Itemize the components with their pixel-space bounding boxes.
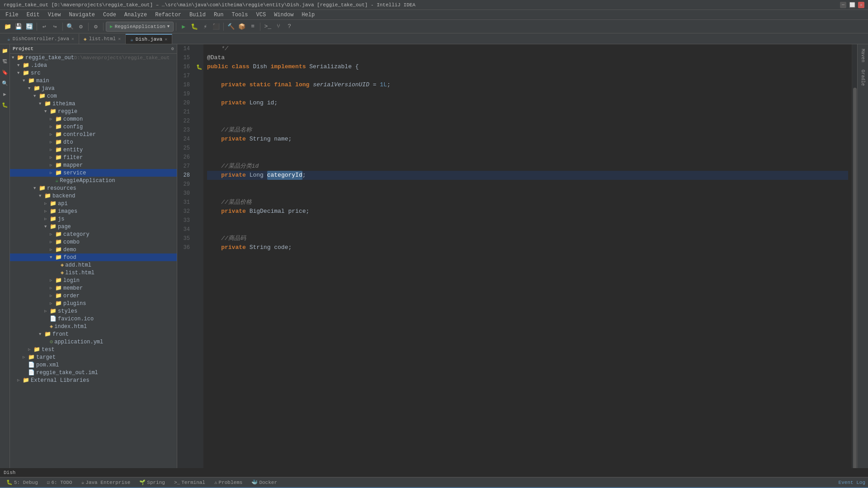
tab-close-dishcontroller[interactable]: ✕	[71, 36, 74, 42]
tab-listhtml[interactable]: ◈ list.html ✕	[79, 34, 126, 44]
tree-item[interactable]: 📄 reggie_take_out.iml	[10, 369, 177, 376]
toolbar-settings-btn[interactable]: ⚙	[91, 22, 101, 32]
menu-build[interactable]: Build	[186, 11, 209, 19]
tree-item[interactable]: ▷ 📁 plugins	[10, 300, 177, 307]
menu-code[interactable]: Code	[99, 11, 120, 19]
minimize-button[interactable]: —	[840, 2, 846, 8]
tree-item[interactable]: ▷ 📁 member	[10, 284, 177, 292]
tree-item[interactable]: ▷ 📁 combo	[10, 238, 177, 246]
toolbar-more[interactable]: ≡	[248, 22, 258, 32]
stop-btn[interactable]: ⬛	[211, 22, 221, 32]
code-line[interactable]: */	[207, 44, 848, 53]
menu-analyze[interactable]: Analyze	[121, 11, 151, 19]
menu-window[interactable]: Window	[270, 11, 297, 19]
tree-item[interactable]: ▷ 📁 controller	[10, 131, 177, 138]
sdk-btn[interactable]: 📦	[237, 22, 247, 32]
help-btn[interactable]: ?	[284, 22, 294, 32]
tree-item[interactable]: ▼ 📁 reggie	[10, 108, 177, 115]
tree-item[interactable]: ▼ 📁 src	[10, 69, 177, 77]
toolbar-undo-btn[interactable]: ↩	[39, 22, 49, 32]
tree-item[interactable]: 📄 pom.xml	[10, 361, 177, 369]
tab-dishjava[interactable]: ☕ Dish.java ✕	[126, 34, 172, 44]
tab-close-listhtml[interactable]: ✕	[118, 36, 121, 42]
tree-item[interactable]: ◈ add.html	[10, 261, 177, 269]
tree-item[interactable]: ▷ 📁 entity	[10, 146, 177, 154]
tree-item[interactable]: ▷ 📁 filter	[10, 154, 177, 161]
tree-item[interactable]: ▼ 📁 front	[10, 330, 177, 338]
tree-item[interactable]: ▷ 📁 target	[10, 353, 177, 361]
tree-item[interactable]: ▷ 📁 service	[10, 169, 177, 177]
tree-item[interactable]: ▷ 📁 js	[10, 215, 177, 223]
code-line[interactable]	[207, 144, 848, 153]
tree-item[interactable]: ☕ ReggieApplication	[10, 177, 177, 184]
left-icon-project[interactable]: 📁	[0, 46, 9, 55]
code-line[interactable]: private Long id;	[207, 99, 848, 108]
menu-edit[interactable]: Edit	[23, 11, 43, 19]
tree-item[interactable]: ▷ 📁 images	[10, 207, 177, 215]
tree-item[interactable]: ▼ 📁 .idea	[10, 61, 177, 69]
code-line[interactable]: //菜品分类id	[207, 162, 848, 171]
toolbar-replace-btn[interactable]: ⚙	[76, 22, 86, 32]
tree-item[interactable]: ⚙ application.yml	[10, 338, 177, 346]
tree-item[interactable]: ▼ 📁 page	[10, 223, 177, 230]
menu-run[interactable]: Run	[210, 11, 227, 19]
code-line[interactable]	[207, 108, 848, 117]
toolbar-sync-btn[interactable]: 🔄	[24, 22, 34, 32]
left-icon-find[interactable]: 🔍	[0, 79, 9, 88]
tree-item[interactable]: ▷ 📁 order	[10, 292, 177, 300]
bottom-tab-spring[interactable]: 🌱 Spring	[136, 478, 169, 488]
tree-item[interactable]: ▼ 📁 food	[10, 253, 177, 261]
tree-item[interactable]: ▷ 📁 External Libraries	[10, 376, 177, 384]
right-tab-maven[interactable]: Maven	[859, 46, 866, 65]
run-configuration[interactable]: ▶ ReggieApplication ▼	[106, 22, 174, 32]
menu-tools[interactable]: Tools	[228, 11, 252, 19]
tree-item[interactable]: ▷ 📁 login	[10, 277, 177, 284]
code-line[interactable]	[207, 117, 848, 126]
tab-dishcontroller[interactable]: ☕ DishController.java ✕	[3, 34, 79, 44]
code-line[interactable]	[207, 153, 848, 162]
debug-btn[interactable]: 🐛	[189, 22, 199, 32]
left-icon-run[interactable]: ▶	[0, 89, 9, 99]
menu-navigate[interactable]: Navigate	[65, 11, 99, 19]
gutter-cell[interactable]: 🐛	[195, 62, 203, 71]
code-line[interactable]: private String name;	[207, 135, 848, 144]
code-line[interactable]: private static final long serialVersionU…	[207, 80, 848, 89]
code-line[interactable]	[207, 225, 848, 234]
right-tab-gradle[interactable]: Gradle	[859, 67, 866, 89]
tree-item[interactable]: ▼ 📁 com	[10, 92, 177, 100]
bottom-tab-problems[interactable]: ⚠ Problems	[211, 478, 246, 488]
code-line[interactable]	[207, 180, 848, 189]
code-line[interactable]	[207, 216, 848, 225]
tree-item[interactable]: ▷ 📁 styles	[10, 307, 177, 315]
tree-item[interactable]: ▼ 📁 resources	[10, 184, 177, 192]
tree-item[interactable]: ▷ 📁 dto	[10, 138, 177, 146]
tree-item[interactable]: 📄 favicon.ico	[10, 315, 177, 323]
tree-item[interactable]: ▼ 📁 main	[10, 77, 177, 84]
toolbar-save-btn[interactable]: 💾	[14, 22, 24, 32]
menu-refactor[interactable]: Refactor	[151, 11, 185, 19]
code-line[interactable]: public class Dish implements Serializabl…	[207, 62, 848, 71]
code-line[interactable]: //菜品价格	[207, 198, 848, 207]
vertical-scrollbar[interactable]	[853, 88, 857, 468]
bottom-tab-todo[interactable]: ☑ 6: TODO	[43, 478, 76, 488]
menu-file[interactable]: File	[2, 11, 22, 19]
tree-item[interactable]: ▷ 📁 api	[10, 200, 177, 207]
tree-item[interactable]: ▷ 📁 common	[10, 115, 177, 123]
close-button[interactable]: ✕	[858, 2, 864, 8]
code-line[interactable]: private String code;	[207, 243, 848, 252]
build-btn[interactable]: 🔨	[226, 22, 236, 32]
tree-item[interactable]: ▷ 📁 config	[10, 123, 177, 131]
code-line[interactable]	[207, 189, 848, 198]
code-line[interactable]	[207, 89, 848, 99]
code-line[interactable]: //商品码	[207, 234, 848, 243]
bottom-tab-terminal[interactable]: >_ Terminal	[170, 478, 209, 488]
tree-item[interactable]: ◈ index.html	[10, 323, 177, 330]
tree-item[interactable]: ▷ 📁 category	[10, 230, 177, 238]
left-icon-structure[interactable]: 🏗	[0, 57, 9, 66]
left-icon-bookmarks[interactable]: 🔖	[0, 68, 9, 77]
coverage-btn[interactable]: ⚡	[200, 22, 210, 32]
maximize-button[interactable]: ⬜	[849, 2, 855, 8]
toolbar-redo-btn[interactable]: ↪	[50, 22, 60, 32]
tree-item[interactable]: ▼ 📂 reggie_take_out D:\mavenprojects\reg…	[10, 54, 177, 61]
tree-item[interactable]: ◈ list.html	[10, 269, 177, 277]
